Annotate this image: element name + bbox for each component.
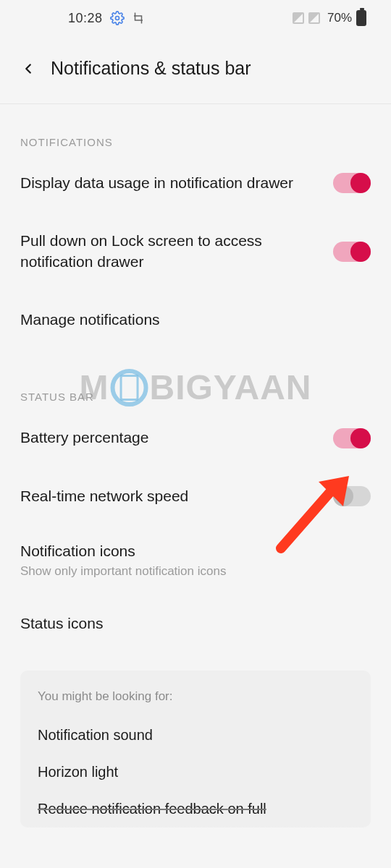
clock: 10:28 — [68, 11, 103, 26]
sim-icon — [293, 12, 304, 24]
row-title: Manage notifications — [20, 310, 371, 330]
row-title: Notification icons — [20, 541, 371, 561]
crop-rotate-icon — [132, 12, 145, 25]
suggestion-item[interactable]: Horizon light — [38, 754, 353, 791]
row-title: Display data usage in notification drawe… — [20, 173, 319, 193]
text: Reduce notific — [38, 801, 130, 817]
row-data-usage[interactable]: Display data usage in notification drawe… — [20, 154, 371, 212]
suggestions-card: You might be looking for: Notification s… — [20, 671, 371, 827]
row-notification-icons[interactable]: Notification icons Show only important n… — [20, 525, 371, 595]
page-title: Notifications & status bar — [51, 58, 251, 79]
suggestions-label: You might be looking for: — [38, 689, 353, 704]
status-bar: 10:28 70% — [0, 0, 391, 36]
row-title: Real-time network speed — [20, 486, 319, 506]
status-bar-left: 10:28 — [68, 11, 145, 26]
status-bar-right: 70% — [293, 10, 366, 26]
battery-percentage-text: 70% — [327, 11, 352, 25]
back-icon[interactable] — [20, 61, 36, 77]
bottom-fade — [0, 825, 391, 868]
toggle-network-speed[interactable] — [333, 486, 371, 506]
battery-icon — [356, 10, 366, 26]
row-pull-down-lockscreen[interactable]: Pull down on Lock screen to access notif… — [20, 212, 371, 291]
toggle-pull-down[interactable] — [333, 242, 371, 262]
toggle-data-usage[interactable] — [333, 173, 371, 193]
row-network-speed[interactable]: Real-time network speed — [20, 467, 371, 525]
settings-gear-icon — [110, 11, 125, 25]
text-strike: ation feedback — [130, 801, 228, 817]
row-battery-percentage[interactable]: Battery percentage — [20, 409, 371, 467]
toggle-battery-percentage[interactable] — [333, 428, 371, 448]
svg-point-0 — [115, 17, 119, 20]
text: on full — [227, 801, 266, 817]
row-subtitle: Show only important notification icons — [20, 564, 371, 579]
section-label-notifications: NOTIFICATIONS — [20, 136, 371, 148]
row-manage-notifications[interactable]: Manage notifications — [20, 291, 371, 349]
suggestion-item[interactable]: Notification sound — [38, 717, 353, 754]
section-label-statusbar: STATUS BAR — [20, 391, 371, 403]
page-header: Notifications & status bar — [0, 36, 391, 104]
sim-icon — [308, 12, 320, 24]
row-title: Battery percentage — [20, 427, 319, 448]
suggestion-item[interactable]: Reduce notification feedback on full — [38, 791, 353, 827]
row-title: Pull down on Lock screen to access notif… — [20, 231, 319, 272]
row-title: Status icons — [20, 613, 371, 634]
row-status-icons[interactable]: Status icons — [20, 595, 371, 652]
